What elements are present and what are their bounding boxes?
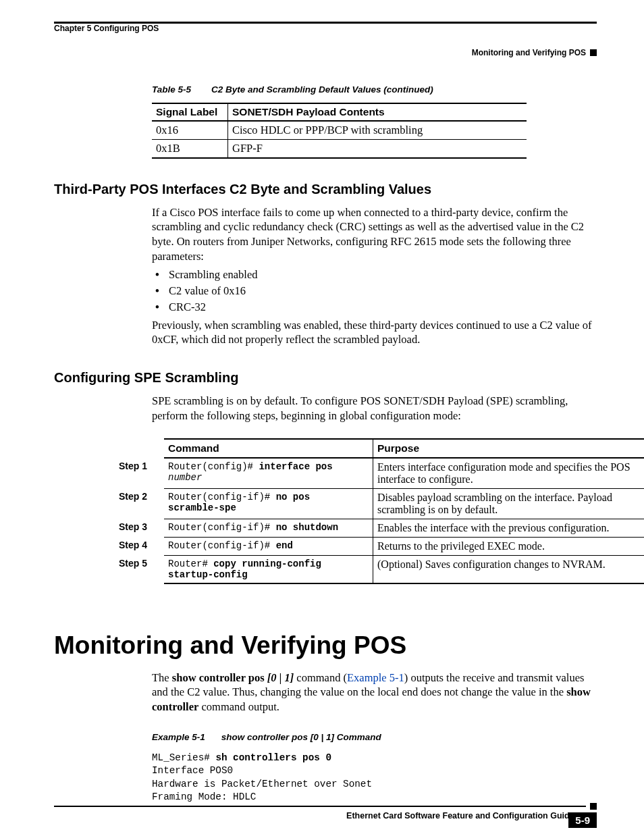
table-row: Step 2 Router(config-if)# no posscramble… <box>115 488 644 519</box>
t55-cell: GFP-F <box>228 139 527 158</box>
steps-col-command: Command <box>164 439 373 458</box>
step-command: Router(config-if)# end <box>164 537 373 555</box>
header-chapter: Chapter 5 Configuring POS <box>54 24 159 33</box>
heading-monitoring: Monitoring and Verifying POS <box>54 631 597 660</box>
footer-title: Ethernet Card Software Feature and Confi… <box>54 811 597 820</box>
step-command: Router(config-if)# no posscramble-spe <box>164 488 373 519</box>
step-label: Step 2 <box>115 488 164 519</box>
page-number: 5-9 <box>568 812 597 828</box>
step-purpose: Enters interface configuration mode and … <box>373 458 645 489</box>
table-row: 0x16 Cisco HDLC or PPP/BCP with scrambli… <box>152 121 527 140</box>
table-5-5-number: Table 5-5 <box>152 84 191 95</box>
table-row: 0x1B GFP-F <box>152 139 527 158</box>
step-command: Router# copy running-configstartup-confi… <box>164 555 373 583</box>
table-row: Step 4 Router(config-if)# end Returns to… <box>115 537 644 555</box>
table-5-5-caption: C2 Byte and Scrambling Default Values (c… <box>211 84 433 95</box>
step-purpose: Disables payload scrambling on the inter… <box>373 488 645 519</box>
body-text: The show controller pos [0 | 1] command … <box>152 671 597 714</box>
body-text: If a Cisco POS interface fails to come u… <box>152 205 597 264</box>
body-text: SPE scrambling is on by default. To conf… <box>152 394 597 423</box>
t55-col-payload: SONET/SDH Payload Contents <box>228 103 527 121</box>
table-row: Step 3 Router(config-if)# no shutdown En… <box>115 519 644 537</box>
step-label: Step 5 <box>115 555 164 583</box>
code-block: ML_Series# sh controllers pos 0 Interfac… <box>152 752 597 804</box>
t55-col-signal-label: Signal Label <box>152 103 228 121</box>
bullet-list: Scrambling enabled C2 value of 0x16 CRC-… <box>169 268 597 314</box>
table-row: Step 1 Router(config)# interface posnumb… <box>115 458 644 489</box>
step-purpose: Enables the interface with the previous … <box>373 519 645 537</box>
example-caption: Example 5-1show controller pos [0 | 1] C… <box>152 732 597 742</box>
step-label: Step 4 <box>115 537 164 555</box>
steps-table: Command Purpose Step 1 Router(config)# i… <box>115 438 644 584</box>
heading-third-party: Third-Party POS Interfaces C2 Byte and S… <box>54 182 597 197</box>
step-command: Router(config-if)# no shutdown <box>164 519 373 537</box>
header-square-icon <box>590 49 597 56</box>
t55-cell: 0x1B <box>152 139 228 158</box>
table-5-5: Signal Label SONET/SDH Payload Contents … <box>152 103 527 159</box>
body-text: Previously, when scrambling was enabled,… <box>152 318 597 348</box>
heading-configuring-spe: Configuring SPE Scrambling <box>54 370 597 386</box>
bullet-item: CRC-32 <box>169 301 597 314</box>
step-label: Step 1 <box>115 458 164 489</box>
step-command: Router(config)# interface posnumber <box>164 458 373 489</box>
step-purpose: (Optional) Saves configuration changes t… <box>373 555 645 583</box>
steps-col-purpose: Purpose <box>373 439 645 458</box>
header-section: Monitoring and Verifying POS <box>472 48 586 57</box>
t55-cell: Cisco HDLC or PPP/BCP with scrambling <box>228 121 527 140</box>
footer-rule <box>54 806 586 808</box>
footer-square-icon <box>590 803 597 810</box>
step-purpose: Returns to the privileged EXEC mode. <box>373 537 645 555</box>
t55-cell: 0x16 <box>152 121 228 140</box>
bullet-item: C2 value of 0x16 <box>169 284 597 298</box>
link-example-5-1[interactable]: Example 5-1 <box>347 671 404 684</box>
step-label: Step 3 <box>115 519 164 537</box>
table-row: Step 5 Router# copy running-configstartu… <box>115 555 644 583</box>
bullet-item: Scrambling enabled <box>169 268 597 282</box>
